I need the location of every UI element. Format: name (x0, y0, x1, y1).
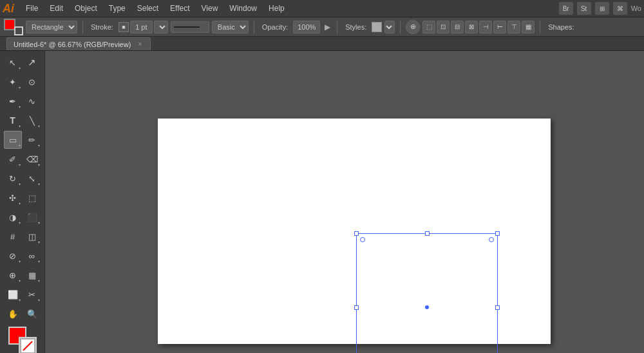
menu-view[interactable]: View (196, 3, 223, 14)
stroke-color-box[interactable]: ■ (118, 22, 129, 32)
select-tool[interactable]: ↖▾ (4, 53, 22, 72)
tab-close-btn[interactable]: × (136, 41, 144, 48)
tool-row-2: ✦▾ ⊙ (1, 73, 43, 91)
stroke-style-select[interactable]: Basic (212, 21, 249, 33)
align-center-h-btn[interactable]: ⊟ (451, 21, 464, 33)
line-tool[interactable]: ╲▾ (23, 111, 41, 129)
menu-type[interactable]: Type (104, 3, 131, 14)
menu-window[interactable]: Window (224, 3, 262, 14)
pencil-tool[interactable]: ✐▾ (4, 150, 22, 168)
tool-row-8: ✣▾ ⬚ (1, 189, 43, 207)
menu-bar: Ai File Edit Object Type Select Effect V… (0, 0, 644, 17)
magic-wand-tool[interactable]: ✦▾ (4, 73, 22, 91)
curvature-tool[interactable]: ∿ (23, 92, 41, 110)
pen-tool[interactable]: ✒▾ (4, 92, 22, 110)
direct-select-tool[interactable]: ↗ (23, 53, 41, 72)
tool-row-11: ⊘▾ ∞▾ (1, 247, 43, 265)
gradient-tool[interactable]: ◫▾ (23, 227, 41, 245)
fill-stroke-display[interactable] (4, 19, 23, 35)
rotate-tool[interactable]: ↻▾ (4, 169, 22, 187)
align-bottom-btn[interactable]: ⊣ (479, 21, 492, 33)
handle-mid-right[interactable] (495, 305, 500, 310)
distribute-h-btn[interactable]: ⊢ (493, 21, 506, 33)
styles-swatch[interactable] (372, 22, 382, 32)
fill-stroke-group (4, 19, 23, 35)
menu-file[interactable]: File (21, 3, 43, 14)
tool-row-13: ⬜▾ ✂▾ (1, 285, 43, 303)
tool-row-14: ✋ 🔍 (1, 305, 43, 323)
handle-top-mid[interactable] (425, 231, 430, 236)
align-left-btn[interactable]: ⊡ (437, 21, 450, 33)
app-logo: Ai (3, 3, 14, 14)
bridge-icon-btn[interactable]: Br (559, 2, 573, 15)
scale-tool[interactable]: ⤡▾ (23, 169, 41, 187)
perspective-tool[interactable]: ⬛▾ (23, 208, 41, 226)
lasso-tool[interactable]: ⊙ (23, 73, 41, 91)
slice-tool[interactable]: ✂▾ (23, 285, 41, 303)
type-tool[interactable]: T▾ (4, 111, 22, 129)
menu-help[interactable]: Help (263, 3, 290, 14)
eraser-tool[interactable]: ⌫▾ (23, 150, 41, 168)
zoom-tool[interactable]: 🔍 (23, 305, 41, 323)
stroke-line (174, 26, 200, 28)
handle-mid-left[interactable] (354, 305, 359, 310)
handle-top-right[interactable] (495, 231, 500, 236)
menu-bar-right: Br St ⊞ ⌘ Wo (559, 2, 641, 15)
sep1 (82, 21, 83, 33)
document-tab[interactable]: Untitled-6* @ 66.67% (RGB/Preview) × (6, 37, 151, 50)
opacity-arrow[interactable]: ▶ (323, 23, 332, 32)
toolbar: Rectangle Stroke: ■ pt Basic Opacity: ▶ … (0, 17, 644, 37)
sep5 (540, 21, 540, 33)
rectangle-tool[interactable]: ▭▾ (4, 131, 22, 149)
canvas-area[interactable] (45, 51, 644, 353)
selected-rect-wrapper[interactable] (356, 233, 498, 353)
column-graph-tool[interactable]: ▦▾ (23, 266, 41, 284)
mesh-tool[interactable]: # (4, 227, 22, 245)
styles-dropdown[interactable]: ▾ (384, 21, 395, 33)
align-top-btn[interactable]: ⬚ (422, 21, 435, 33)
menu-items: File Edit Object Type Select Effect View… (21, 3, 290, 14)
opacity-input[interactable] (293, 21, 320, 33)
stroke-unit-select[interactable]: pt (154, 21, 168, 33)
symbol-sprayer-tool[interactable]: ⊕▾ (4, 266, 22, 284)
search-icon-btn[interactable]: ⌘ (613, 2, 627, 15)
tool-row-9: ◑▾ ⬛▾ (1, 208, 43, 226)
stroke-input[interactable] (130, 21, 153, 33)
stroke-color-swatch[interactable] (19, 337, 37, 353)
rotate-handle-tl[interactable] (360, 237, 365, 242)
menu-effect[interactable]: Effect (165, 3, 194, 14)
chart-btn[interactable]: ▦ (522, 21, 535, 33)
eyedropper-tool[interactable]: ⊘▾ (4, 247, 22, 265)
tool-row-4: T▾ ╲▾ (1, 111, 43, 129)
distribute-v-btn[interactable]: ⊤ (507, 21, 520, 33)
shape-builder-tool[interactable]: ◑▾ (4, 208, 22, 226)
menu-edit[interactable]: Edit (44, 3, 68, 14)
free-transform-tool[interactable]: ⬚ (23, 189, 41, 207)
tool-row-12: ⊕▾ ▦▾ (1, 266, 43, 284)
stock-icon-btn[interactable]: St (577, 2, 591, 15)
tab-bar: Untitled-6* @ 66.67% (RGB/Preview) × (0, 37, 644, 51)
blend-tool[interactable]: ∞▾ (23, 247, 41, 265)
workspace-label: Wo (631, 5, 641, 12)
tool-row-1: ↖▾ ↗ (1, 53, 43, 72)
sep2 (254, 21, 254, 33)
stroke-swatch[interactable] (14, 26, 23, 35)
tool-name-dropdown[interactable]: Rectangle (26, 21, 77, 33)
globe-btn[interactable]: ⊕ (406, 20, 420, 34)
center-dot (425, 305, 429, 309)
menu-select[interactable]: Select (132, 3, 164, 14)
stroke-controls: ■ pt (118, 21, 168, 33)
puppet-warp-tool[interactable]: ✣▾ (4, 189, 22, 207)
stroke-preview (171, 21, 209, 33)
align-right-btn[interactable]: ⊠ (465, 21, 478, 33)
artboard-tool[interactable]: ⬜▾ (4, 285, 22, 303)
paintbrush-tool[interactable]: ✏▾ (23, 131, 41, 149)
menu-object[interactable]: Object (70, 3, 102, 14)
sep3 (337, 21, 337, 33)
tool-row-5: ▭▾ ✏▾ (1, 131, 43, 149)
sep4 (400, 21, 401, 33)
grid-icon-btn[interactable]: ⊞ (595, 2, 609, 15)
handle-top-left[interactable] (354, 231, 359, 236)
rotate-handle-tr[interactable] (489, 237, 494, 242)
hand-tool[interactable]: ✋ (4, 305, 22, 323)
